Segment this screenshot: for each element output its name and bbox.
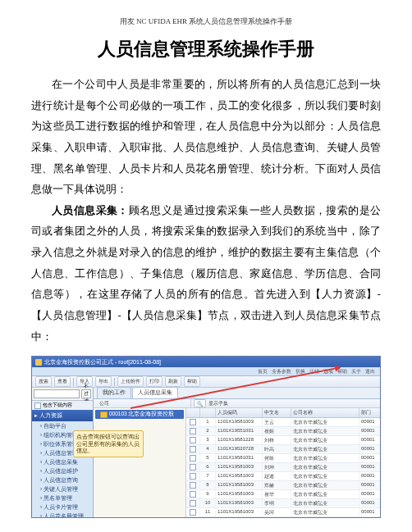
column-header[interactable]: 中文名: [263, 408, 291, 417]
menu-item[interactable]: 首页: [258, 368, 268, 375]
cell: 赵伟: [263, 517, 291, 518]
cell: 刘梓: [263, 436, 291, 444]
menu-item[interactable]: 关于: [351, 368, 361, 375]
column-header[interactable]: 部门: [359, 408, 381, 417]
table-row[interactable]: 21101X19551031崔姬北京市华威弘业00001培训类: [186, 427, 381, 436]
row-checkbox[interactable]: [186, 427, 200, 435]
cell: 何咏: [263, 454, 291, 462]
cell: 北京市华威弘业: [291, 427, 359, 435]
toolbar-button[interactable]: 上传附件: [117, 376, 144, 387]
cell: 11: [200, 508, 216, 516]
toolbar-button[interactable]: 帮助: [184, 376, 200, 387]
cell: 00001: [359, 445, 381, 453]
column-header[interactable]: 公司名称: [291, 408, 359, 417]
data-grid[interactable]: 人员编码中文名公司名称部门人员类别 11101X19581003王云北京市华威弘…: [186, 408, 381, 518]
sidebar-item[interactable]: › 关键人员管理: [32, 485, 93, 494]
table-row[interactable]: 71101X19581003赵迪北京市华威弘业00001培训类: [186, 472, 381, 481]
tab-person-collect[interactable]: 人员信息采集: [132, 387, 178, 398]
table-row[interactable]: 111101X19581003吴珂北京市华威弘业00001培训类: [186, 508, 381, 517]
nav-group-title: ▸人力资源: [32, 410, 93, 421]
pane-label: 公司: [99, 400, 109, 407]
tab-home[interactable]: 我的工作: [97, 387, 131, 398]
column-header[interactable]: 人员编码: [216, 408, 263, 417]
separator-icon: [114, 378, 115, 386]
page-header: 用友 NC UFIDA EHR 系统人员信息管理系统操作手册: [31, 16, 381, 27]
paragraph-2: 人员信息采集：顾名思义是通过搜索采集一些人员数据，搜索的是公司或者集团之外的人员…: [31, 201, 381, 348]
toolbar-button[interactable]: 查看: [54, 376, 71, 387]
filter-dropdown[interactable]: 不过滤: [81, 389, 91, 398]
cell: 赵迪: [263, 472, 291, 480]
row-checkbox[interactable]: [186, 481, 200, 489]
row-checkbox[interactable]: [186, 472, 200, 480]
cell: 北京市华威弘业: [291, 454, 359, 462]
sidebar-search: 不过滤: [32, 388, 93, 401]
cell: 00001: [359, 490, 381, 498]
toolbar-button[interactable]: 打印: [146, 376, 163, 387]
cell: 00001: [359, 517, 381, 518]
table-row[interactable]: 11101X19581003王云北京市华威弘业00001培训类: [186, 418, 381, 427]
sidebar-item[interactable]: › 人员花名册管理: [32, 512, 93, 518]
doc-title: 人员信息管理系统操作手册: [31, 37, 381, 61]
row-checkbox[interactable]: [186, 463, 200, 471]
column-header[interactable]: [186, 408, 200, 417]
cell: 崔姬: [263, 427, 291, 435]
sidebar-item[interactable]: › 黑名单管理: [32, 494, 93, 503]
table-row[interactable]: 61101X19581003刘坤北京市华威弘业00001培训类: [186, 463, 381, 472]
row-checkbox[interactable]: [186, 517, 200, 518]
cell: 1101X19581003: [216, 508, 263, 516]
row-checkbox[interactable]: [186, 508, 200, 516]
sidebar-item[interactable]: › 人员信息查询: [32, 476, 93, 485]
cell: 3: [200, 436, 216, 444]
cell: 00001: [359, 454, 381, 462]
menu-item[interactable]: 业务参数: [272, 368, 291, 375]
cell: 00001: [359, 463, 381, 471]
table-row[interactable]: 91101X19581003崔华北京市华威弘业00001培训类: [186, 490, 381, 499]
cell: 1101X19581003: [216, 418, 263, 426]
row-checkbox[interactable]: [186, 445, 200, 453]
row-checkbox[interactable]: [186, 499, 200, 507]
sidebar-item[interactable]: › 人员信息采集: [32, 458, 93, 467]
table-row[interactable]: 31101X19581228刘梓北京市华威弘业00001培训类: [186, 436, 381, 445]
table-row[interactable]: 121101X19581003赵伟北京市华威弘业00001培训类: [186, 517, 381, 518]
row-checkbox[interactable]: [186, 418, 200, 426]
toolbar-button[interactable]: 刷新: [165, 376, 181, 387]
folder-icon: [100, 412, 108, 418]
cell: 1101X19581031: [216, 454, 263, 462]
toolbar-button[interactable]: 搜索: [35, 376, 52, 387]
column-header[interactable]: [200, 408, 216, 417]
cell: 北京市华威弘业: [291, 436, 359, 444]
cell: 郑赫: [263, 481, 291, 489]
cell: 9: [200, 490, 216, 498]
cell: 6: [200, 463, 216, 471]
toolbar-button[interactable]: 导出: [95, 376, 112, 387]
row-checkbox[interactable]: [186, 454, 200, 462]
table-row[interactable]: 81101X19581003郑赫北京市华威弘业00001培训类: [186, 481, 381, 490]
row-checkbox[interactable]: [186, 436, 200, 444]
sidebar-item[interactable]: › 人员信息维护: [32, 467, 93, 476]
cell: 00001: [359, 418, 381, 426]
tabs: 我的工作 人员信息采集: [94, 388, 381, 399]
cell: 刘坤: [263, 463, 291, 471]
include-children-checkbox[interactable]: 包含下级内容: [32, 401, 93, 410]
cell: 00001: [359, 499, 381, 507]
org-tree[interactable]: 000103 北京金海投资控股: [94, 408, 186, 518]
paragraph-1: 在一个公司中人员是非常重要的，所以将所有的人员信息汇总到一块进行统计是每个公司必…: [31, 75, 381, 201]
cell: 李明: [263, 499, 291, 507]
section-label: 人员信息采集：: [52, 205, 129, 216]
search-input[interactable]: [34, 389, 80, 398]
table-row[interactable]: 51101X19581031何咏北京市华威弘业00001培训类: [186, 454, 381, 463]
table-row[interactable]: 101101X19581003李明北京市华威弘业00001培训类: [186, 499, 381, 508]
cell: 00001: [359, 508, 381, 516]
cell: 12: [200, 517, 216, 518]
search-pill[interactable]: 🔍: [194, 399, 206, 407]
cell: 5: [200, 454, 216, 462]
cell: 10: [200, 499, 216, 507]
sidebar-item[interactable]: › 人员卡片管理: [32, 503, 93, 512]
tree-root[interactable]: 000103 北京金海投资控股: [95, 410, 184, 419]
display-label: 显示子集: [208, 400, 228, 407]
row-checkbox[interactable]: [186, 490, 200, 498]
cell: 1101X19581003: [216, 472, 263, 480]
menu-item[interactable]: 退出: [365, 368, 375, 375]
table-row[interactable]: 41101X19520728叶高北京市华威弘业00001培训类: [186, 445, 381, 454]
cell: 1101X19520728: [216, 445, 263, 453]
